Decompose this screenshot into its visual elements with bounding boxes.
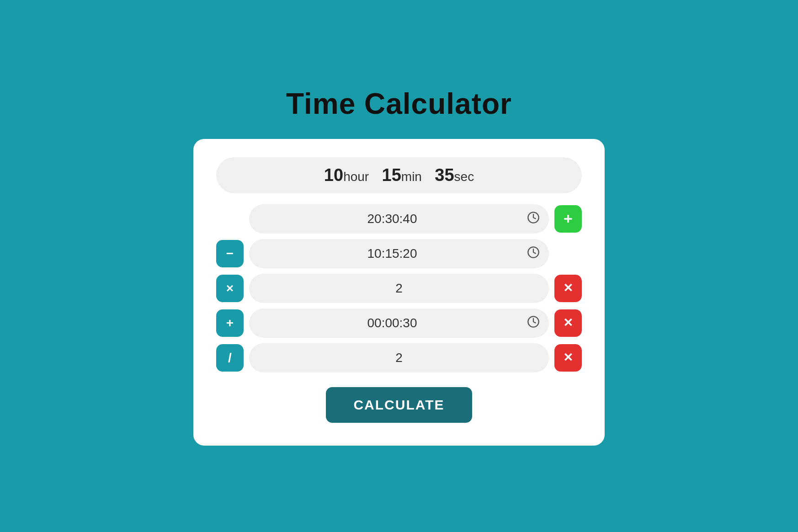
table-row: × ✕ bbox=[216, 274, 582, 303]
input-wrapper-row3 bbox=[249, 274, 549, 303]
time-input-row2[interactable] bbox=[249, 239, 549, 268]
calculate-button[interactable]: CALCULATE bbox=[326, 387, 472, 423]
input-wrapper-row2 bbox=[249, 239, 549, 268]
time-input-row1[interactable] bbox=[249, 204, 549, 234]
remove-btn-row5[interactable]: ✕ bbox=[554, 344, 582, 372]
table-row: + ✕ bbox=[216, 309, 582, 338]
add-row-button[interactable]: + bbox=[554, 205, 582, 233]
input-wrapper-row5 bbox=[249, 343, 549, 372]
operator-btn-row3[interactable]: × bbox=[216, 275, 244, 302]
remove-btn-row3[interactable]: ✕ bbox=[554, 275, 582, 302]
input-wrapper-row1 bbox=[249, 204, 549, 234]
result-display: 10hour 15min 35sec bbox=[216, 157, 582, 193]
operator-btn-row2[interactable]: − bbox=[216, 240, 244, 267]
operator-btn-row4[interactable]: + bbox=[216, 309, 244, 337]
rows-container: - + − bbox=[216, 204, 582, 372]
result-hours: 10 bbox=[324, 165, 343, 185]
table-row: - + bbox=[216, 204, 582, 234]
remove-btn-row4[interactable]: ✕ bbox=[554, 309, 582, 337]
input-wrapper-row4 bbox=[249, 309, 549, 338]
result-seconds-unit: sec bbox=[454, 170, 474, 184]
operator-btn-row5[interactable]: / bbox=[216, 344, 244, 372]
time-input-row4[interactable] bbox=[249, 309, 549, 338]
page-title: Time Calculator bbox=[286, 87, 512, 121]
table-row: / ✕ bbox=[216, 343, 582, 372]
result-hours-unit: hour bbox=[343, 170, 369, 184]
table-row: − ✕ bbox=[216, 239, 582, 268]
number-input-row3[interactable] bbox=[249, 274, 549, 303]
calculator-card: 10hour 15min 35sec - + − bbox=[193, 139, 605, 446]
result-minutes-unit: min bbox=[401, 170, 422, 184]
number-input-row5[interactable] bbox=[249, 343, 549, 372]
result-seconds: 35 bbox=[435, 165, 454, 185]
result-minutes: 15 bbox=[382, 165, 401, 185]
